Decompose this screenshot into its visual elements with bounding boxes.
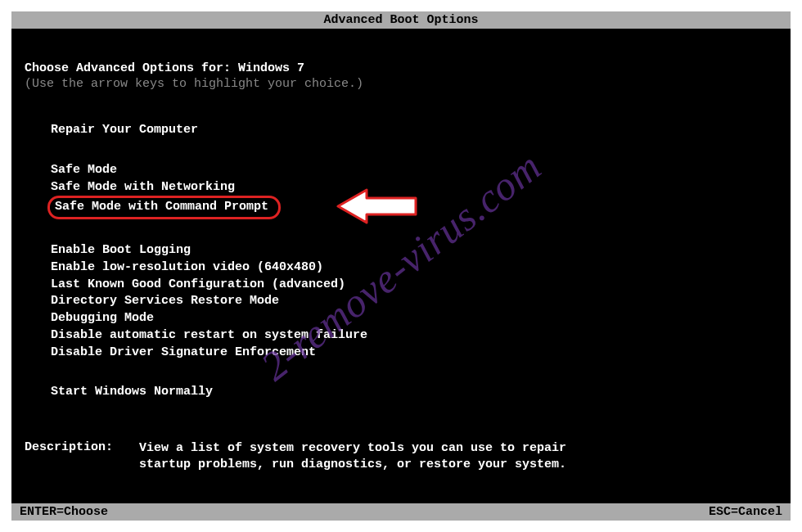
menu-group-repair: Repair Your Computer	[47, 122, 777, 139]
prompt-line: Choose Advanced Options for: Windows 7	[25, 61, 777, 75]
screen-title: Advanced Boot Options	[323, 13, 478, 27]
prompt-prefix: Choose Advanced Options for:	[25, 61, 238, 75]
arrow-left-icon	[334, 186, 424, 227]
description-text: View a list of system recovery tools you…	[139, 440, 597, 472]
footer-enter-hint: ENTER=Choose	[20, 505, 108, 519]
footer-bar: ENTER=Choose ESC=Cancel	[11, 503, 791, 521]
menu-item-start-normally[interactable]: Start Windows Normally	[47, 384, 219, 401]
menu-item-safe-mode-cmd[interactable]: Safe Mode with Command Prompt	[47, 196, 281, 219]
menu-item-disable-auto-restart[interactable]: Disable automatic restart on system fail…	[47, 327, 374, 345]
menu-group-safemode: Safe Mode Safe Mode with Networking Safe…	[47, 162, 777, 219]
menu-item-repair-computer[interactable]: Repair Your Computer	[47, 122, 205, 139]
description-label: Description:	[25, 440, 139, 472]
menu-item-directory-services[interactable]: Directory Services Restore Mode	[47, 293, 286, 310]
menu-group-advanced: Enable Boot Logging Enable low-resolutio…	[47, 242, 777, 361]
description-block: Description: View a list of system recov…	[25, 440, 777, 472]
title-bar: Advanced Boot Options	[11, 11, 791, 29]
menu-item-boot-logging[interactable]: Enable Boot Logging	[47, 242, 197, 259]
menu-item-safe-mode[interactable]: Safe Mode	[47, 162, 124, 179]
menu-item-safe-mode-networking[interactable]: Safe Mode with Networking	[47, 179, 241, 196]
boot-menu[interactable]: Repair Your Computer Safe Mode Safe Mode…	[25, 122, 777, 401]
menu-item-last-known-good[interactable]: Last Known Good Configuration (advanced)	[47, 277, 352, 294]
menu-item-low-res-video[interactable]: Enable low-resolution video (640x480)	[47, 259, 330, 277]
content-area: Choose Advanced Options for: Windows 7 (…	[11, 29, 791, 472]
footer-esc-hint: ESC=Cancel	[709, 505, 782, 519]
boot-screen: Advanced Boot Options Choose Advanced Op…	[11, 11, 791, 521]
os-name: Windows 7	[238, 61, 304, 75]
menu-item-debugging-mode[interactable]: Debugging Mode	[47, 310, 160, 327]
navigation-hint: (Use the arrow keys to highlight your ch…	[25, 77, 777, 91]
menu-item-disable-driver-sig[interactable]: Disable Driver Signature Enforcement	[47, 345, 322, 362]
menu-group-normal: Start Windows Normally	[47, 384, 777, 401]
